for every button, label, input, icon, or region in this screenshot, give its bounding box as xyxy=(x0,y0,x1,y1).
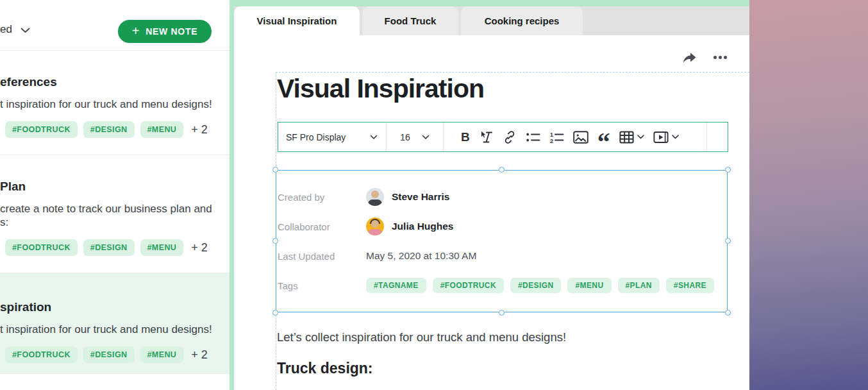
tags-label: Tags xyxy=(278,280,366,291)
image-icon xyxy=(573,131,588,144)
selection-handle[interactable] xyxy=(499,310,505,316)
note-editor: Visual Inspiration SF Pro Display 16 B xyxy=(234,35,749,390)
tag-chip[interactable]: #FOODTRUCK xyxy=(5,121,78,138)
component-selection-border-left xyxy=(230,0,234,390)
notes-sidebar: ed + NEW NOTE eferences t inspiration fo… xyxy=(0,0,230,390)
tag-chip[interactable]: #DESIGN xyxy=(83,121,135,138)
selection-handle[interactable] xyxy=(725,238,731,244)
selection-handle[interactable] xyxy=(499,167,505,173)
note-actions xyxy=(681,51,727,64)
chevron-down-icon xyxy=(672,135,679,139)
selection-handle[interactable] xyxy=(272,167,278,173)
note-list-item-selected[interactable]: spiration t inspiration for our truck an… xyxy=(0,273,230,374)
font-family-dropdown[interactable]: SF Pro Display xyxy=(278,123,386,151)
tab-visual-inspiration[interactable]: Visual Inspiration xyxy=(234,6,360,35)
tag-chip[interactable]: #DESIGN xyxy=(83,239,135,256)
new-note-label: NEW NOTE xyxy=(146,26,197,37)
tag-chip[interactable]: #FOODTRUCK xyxy=(433,278,504,293)
chevron-down-icon xyxy=(21,28,30,33)
font-size-value: 16 xyxy=(400,132,410,142)
selection-dashed-border-top xyxy=(276,72,749,72)
tag-chip[interactable]: #PLAN xyxy=(618,278,660,293)
tag-chip[interactable]: #FOODTRUCK xyxy=(5,239,78,256)
new-note-button[interactable]: + NEW NOTE xyxy=(118,20,212,43)
note-tags: #FOODTRUCK #DESIGN #MENU + 2 xyxy=(0,346,219,363)
editor-panel: Visual Inspiration Food Truck Cooking re… xyxy=(230,0,749,390)
toolbar-separator xyxy=(706,123,707,151)
tag-chip[interactable]: #MENU xyxy=(140,346,184,363)
italic-button[interactable] xyxy=(478,130,494,144)
svg-text:1: 1 xyxy=(550,131,553,137)
note-description: t inspiration for our truck and menu des… xyxy=(0,323,219,336)
formatting-toolbar: SF Pro Display 16 B xyxy=(278,122,728,152)
share-button[interactable] xyxy=(681,51,697,64)
note-tags: #TAGNAME #FOODTRUCK #DESIGN #MENU #PLAN … xyxy=(366,278,714,293)
tab-label: Food Truck xyxy=(385,15,437,26)
ellipsis-icon xyxy=(714,56,727,59)
blockquote-icon xyxy=(597,131,610,142)
numbered-list-icon: 1 2 xyxy=(549,131,564,144)
tag-chip[interactable]: #SHARE xyxy=(666,278,714,293)
table-icon xyxy=(619,131,634,144)
note-tags: #FOODTRUCK #DESIGN #MENU + 2 xyxy=(0,239,219,256)
chevron-down-icon xyxy=(370,135,378,140)
tab-label: Visual Inspiration xyxy=(257,15,337,26)
share-icon xyxy=(681,51,697,64)
created-by-name: Steve Harris xyxy=(392,191,449,203)
note-title: Plan xyxy=(0,180,219,194)
svg-text:2: 2 xyxy=(550,138,553,144)
toolbar-buttons: B xyxy=(444,130,680,144)
bulleted-list-button[interactable] xyxy=(525,131,541,144)
blockquote-button[interactable] xyxy=(597,131,611,142)
note-list-item[interactable]: Plan create a note to track our business… xyxy=(0,155,230,273)
more-tags-count: + 2 xyxy=(191,123,208,137)
note-title-heading[interactable]: Visual Inspiration xyxy=(277,74,484,104)
collaborator-label: Collaborator xyxy=(278,221,366,232)
font-family-value: SF Pro Display xyxy=(286,132,346,142)
created-by-label: Created by xyxy=(278,192,366,203)
more-options-button[interactable] xyxy=(714,56,727,59)
numbered-list-button[interactable]: 1 2 xyxy=(549,131,565,144)
note-list-item[interactable]: eferences t inspiration for our truck an… xyxy=(0,51,230,155)
sort-dropdown[interactable]: ed xyxy=(0,23,30,36)
created-by-row: Created by Steve Harris xyxy=(278,188,727,206)
selection-handle[interactable] xyxy=(725,167,731,173)
link-icon xyxy=(503,130,517,144)
tab-cooking-recipes[interactable]: Cooking recipes xyxy=(461,6,583,35)
sidebar-header: ed + NEW NOTE xyxy=(0,0,230,51)
tag-chip[interactable]: #MENU xyxy=(567,278,611,293)
plus-icon: + xyxy=(132,24,140,37)
selection-handle[interactable] xyxy=(272,238,278,244)
tag-chip[interactable]: #TAGNAME xyxy=(366,278,426,293)
note-description: create a note to track our business plan… xyxy=(0,202,219,216)
insert-video-button[interactable] xyxy=(653,131,680,144)
tab-bar: Visual Inspiration Food Truck Cooking re… xyxy=(234,6,749,35)
note-title: spiration xyxy=(0,300,219,314)
tag-chip[interactable]: #DESIGN xyxy=(83,346,135,363)
tag-chip[interactable]: #DESIGN xyxy=(510,278,561,293)
tag-chip[interactable]: #MENU xyxy=(140,121,184,138)
more-tags-count: + 2 xyxy=(191,348,208,362)
last-updated-row: Last Updated May 5, 2020 at 10:30 AM xyxy=(278,247,727,265)
last-updated-value: May 5, 2020 at 10:30 AM xyxy=(366,250,476,262)
tab-food-truck[interactable]: Food Truck xyxy=(362,6,458,35)
note-title: eferences xyxy=(0,75,219,89)
bold-button[interactable]: B xyxy=(460,130,471,144)
tag-chip[interactable]: #MENU xyxy=(140,239,184,256)
tag-chip[interactable]: #FOODTRUCK xyxy=(5,346,78,363)
note-body-paragraph[interactable]: Let’s collect inspiration for our truck … xyxy=(277,330,566,344)
selection-handle[interactable] xyxy=(272,310,278,316)
link-button[interactable] xyxy=(502,130,517,144)
insert-image-button[interactable] xyxy=(572,131,589,144)
video-icon xyxy=(653,131,669,144)
font-size-dropdown[interactable]: 16 xyxy=(387,123,443,151)
note-description-line2: s: xyxy=(0,216,219,229)
note-description: t inspiration for our truck and menu des… xyxy=(0,98,219,111)
note-metadata-block[interactable]: Created by Steve Harris Collaborator Jul… xyxy=(276,170,728,312)
note-section-heading[interactable]: Truck design: xyxy=(277,360,373,377)
insert-table-button[interactable] xyxy=(619,131,645,144)
tab-label: Cooking recipes xyxy=(485,15,560,26)
italic-cursor-icon xyxy=(479,130,494,144)
selection-handle[interactable] xyxy=(725,310,731,316)
avatar xyxy=(366,188,384,206)
